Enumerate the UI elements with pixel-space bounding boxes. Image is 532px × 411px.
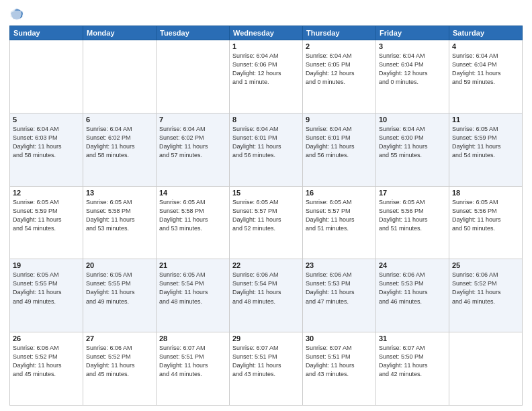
day-info: Sunrise: 6:07 AM Sunset: 5:50 PM Dayligh…: [379, 344, 446, 379]
day-number: 31: [379, 334, 446, 342]
day-info: Sunrise: 6:04 AM Sunset: 6:02 PM Dayligh…: [86, 125, 153, 160]
day-number: 6: [86, 116, 153, 124]
day-number: 30: [306, 334, 373, 342]
day-info: Sunrise: 6:05 AM Sunset: 5:57 PM Dayligh…: [306, 198, 373, 233]
weekday-header-tuesday: Tuesday: [157, 26, 230, 40]
day-number: 7: [159, 116, 226, 124]
day-number: 27: [86, 334, 153, 342]
logo-icon: [9, 7, 24, 21]
weekday-header-wednesday: Wednesday: [230, 26, 303, 40]
day-number: 9: [306, 116, 373, 124]
day-info: Sunrise: 6:06 AM Sunset: 5:53 PM Dayligh…: [379, 271, 446, 306]
day-number: 5: [13, 116, 80, 124]
day-info: Sunrise: 6:04 AM Sunset: 6:03 PM Dayligh…: [13, 125, 80, 160]
calendar-cell: 4Sunrise: 6:04 AM Sunset: 6:04 PM Daylig…: [449, 40, 523, 113]
day-info: Sunrise: 6:05 AM Sunset: 5:54 PM Dayligh…: [159, 271, 226, 306]
calendar-cell: 1Sunrise: 6:04 AM Sunset: 6:06 PM Daylig…: [230, 40, 303, 113]
day-info: Sunrise: 6:04 AM Sunset: 6:02 PM Dayligh…: [159, 125, 226, 160]
calendar-cell: 22Sunrise: 6:06 AM Sunset: 5:54 PM Dayli…: [230, 259, 303, 332]
calendar-cell: 21Sunrise: 6:05 AM Sunset: 5:54 PM Dayli…: [157, 259, 230, 332]
weekday-header-row: SundayMondayTuesdayWednesdayThursdayFrid…: [10, 26, 523, 40]
day-number: 14: [159, 189, 226, 197]
day-info: Sunrise: 6:05 AM Sunset: 5:55 PM Dayligh…: [13, 271, 80, 306]
day-info: Sunrise: 6:06 AM Sunset: 5:52 PM Dayligh…: [86, 344, 153, 379]
weekday-header-sunday: Sunday: [10, 26, 83, 40]
calendar-cell: 30Sunrise: 6:07 AM Sunset: 5:51 PM Dayli…: [303, 332, 376, 406]
day-number: 12: [13, 189, 80, 197]
day-number: 21: [159, 261, 226, 269]
calendar-cell: [10, 40, 83, 113]
day-info: Sunrise: 6:05 AM Sunset: 5:56 PM Dayligh…: [452, 198, 519, 233]
calendar-week-row: 12Sunrise: 6:05 AM Sunset: 5:59 PM Dayli…: [10, 186, 523, 259]
day-number: 18: [452, 189, 519, 197]
calendar-cell: 28Sunrise: 6:07 AM Sunset: 5:51 PM Dayli…: [157, 332, 230, 406]
day-number: 23: [306, 261, 373, 269]
day-info: Sunrise: 6:07 AM Sunset: 5:51 PM Dayligh…: [159, 344, 226, 379]
day-info: Sunrise: 6:04 AM Sunset: 6:01 PM Dayligh…: [232, 125, 300, 160]
calendar-cell: 3Sunrise: 6:04 AM Sunset: 6:04 PM Daylig…: [376, 40, 449, 113]
day-info: Sunrise: 6:04 AM Sunset: 6:05 PM Dayligh…: [306, 52, 373, 87]
day-info: Sunrise: 6:05 AM Sunset: 5:59 PM Dayligh…: [13, 198, 80, 233]
day-info: Sunrise: 6:04 AM Sunset: 6:01 PM Dayligh…: [306, 125, 373, 160]
day-number: 13: [86, 189, 153, 197]
day-number: 16: [306, 189, 373, 197]
day-info: Sunrise: 6:07 AM Sunset: 5:51 PM Dayligh…: [306, 344, 373, 379]
day-info: Sunrise: 6:04 AM Sunset: 6:06 PM Dayligh…: [232, 52, 300, 87]
day-info: Sunrise: 6:05 AM Sunset: 5:58 PM Dayligh…: [86, 198, 153, 233]
calendar-cell: 2Sunrise: 6:04 AM Sunset: 6:05 PM Daylig…: [303, 40, 376, 113]
calendar-cell: 26Sunrise: 6:06 AM Sunset: 5:52 PM Dayli…: [10, 332, 83, 406]
calendar-cell: 24Sunrise: 6:06 AM Sunset: 5:53 PM Dayli…: [376, 259, 449, 332]
calendar-cell: 8Sunrise: 6:04 AM Sunset: 6:01 PM Daylig…: [230, 113, 303, 186]
day-info: Sunrise: 6:05 AM Sunset: 5:59 PM Dayligh…: [452, 125, 519, 160]
day-number: 28: [159, 334, 226, 342]
weekday-header-saturday: Saturday: [449, 26, 523, 40]
day-number: 25: [452, 261, 519, 269]
day-number: 10: [379, 116, 446, 124]
day-info: Sunrise: 6:04 AM Sunset: 6:04 PM Dayligh…: [452, 52, 519, 87]
calendar-table: SundayMondayTuesdayWednesdayThursdayFrid…: [9, 26, 523, 406]
calendar-week-row: 1Sunrise: 6:04 AM Sunset: 6:06 PM Daylig…: [10, 40, 523, 113]
weekday-header-thursday: Thursday: [303, 26, 376, 40]
calendar-cell: 27Sunrise: 6:06 AM Sunset: 5:52 PM Dayli…: [83, 332, 157, 406]
day-number: 4: [452, 42, 519, 50]
day-info: Sunrise: 6:04 AM Sunset: 6:04 PM Dayligh…: [379, 52, 446, 87]
calendar-cell: 13Sunrise: 6:05 AM Sunset: 5:58 PM Dayli…: [83, 186, 157, 259]
calendar-week-row: 19Sunrise: 6:05 AM Sunset: 5:55 PM Dayli…: [10, 259, 523, 332]
day-info: Sunrise: 6:06 AM Sunset: 5:52 PM Dayligh…: [452, 271, 519, 306]
day-number: 2: [306, 42, 373, 50]
calendar-cell: 9Sunrise: 6:04 AM Sunset: 6:01 PM Daylig…: [303, 113, 376, 186]
page: SundayMondayTuesdayWednesdayThursdayFrid…: [0, 0, 532, 411]
calendar-cell: 23Sunrise: 6:06 AM Sunset: 5:53 PM Dayli…: [303, 259, 376, 332]
day-info: Sunrise: 6:05 AM Sunset: 5:57 PM Dayligh…: [232, 198, 300, 233]
logo: [9, 7, 27, 21]
calendar-cell: 20Sunrise: 6:05 AM Sunset: 5:55 PM Dayli…: [83, 259, 157, 332]
calendar-cell: 19Sunrise: 6:05 AM Sunset: 5:55 PM Dayli…: [10, 259, 83, 332]
day-number: 22: [232, 261, 300, 269]
day-info: Sunrise: 6:05 AM Sunset: 5:56 PM Dayligh…: [379, 198, 446, 233]
calendar-cell: [449, 332, 523, 406]
day-number: 11: [452, 116, 519, 124]
day-info: Sunrise: 6:05 AM Sunset: 5:55 PM Dayligh…: [86, 271, 153, 306]
calendar-cell: 12Sunrise: 6:05 AM Sunset: 5:59 PM Dayli…: [10, 186, 83, 259]
calendar-cell: 6Sunrise: 6:04 AM Sunset: 6:02 PM Daylig…: [83, 113, 157, 186]
calendar-cell: [157, 40, 230, 113]
calendar-cell: 11Sunrise: 6:05 AM Sunset: 5:59 PM Dayli…: [449, 113, 523, 186]
calendar-cell: [83, 40, 157, 113]
calendar-cell: 29Sunrise: 6:07 AM Sunset: 5:51 PM Dayli…: [230, 332, 303, 406]
calendar-cell: 10Sunrise: 6:04 AM Sunset: 6:00 PM Dayli…: [376, 113, 449, 186]
calendar-cell: 7Sunrise: 6:04 AM Sunset: 6:02 PM Daylig…: [157, 113, 230, 186]
calendar-cell: 18Sunrise: 6:05 AM Sunset: 5:56 PM Dayli…: [449, 186, 523, 259]
day-number: 17: [379, 189, 446, 197]
day-info: Sunrise: 6:06 AM Sunset: 5:53 PM Dayligh…: [306, 271, 373, 306]
day-number: 29: [232, 334, 300, 342]
day-number: 1: [232, 42, 300, 50]
day-number: 15: [232, 189, 300, 197]
calendar-cell: 31Sunrise: 6:07 AM Sunset: 5:50 PM Dayli…: [376, 332, 449, 406]
calendar-cell: 25Sunrise: 6:06 AM Sunset: 5:52 PM Dayli…: [449, 259, 523, 332]
weekday-header-friday: Friday: [376, 26, 449, 40]
header: [9, 7, 523, 21]
calendar-week-row: 5Sunrise: 6:04 AM Sunset: 6:03 PM Daylig…: [10, 113, 523, 186]
day-info: Sunrise: 6:06 AM Sunset: 5:54 PM Dayligh…: [232, 271, 300, 306]
day-number: 24: [379, 261, 446, 269]
day-number: 19: [13, 261, 80, 269]
